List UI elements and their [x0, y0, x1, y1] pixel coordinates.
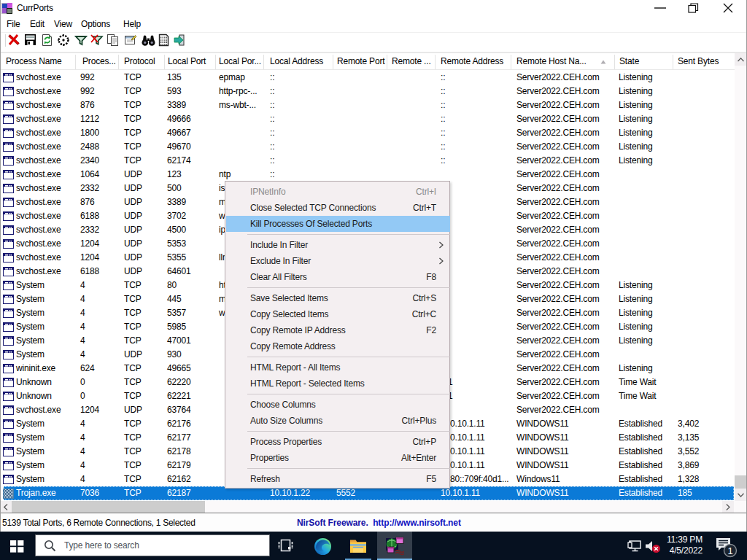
- svg-text:1: 1: [727, 545, 732, 556]
